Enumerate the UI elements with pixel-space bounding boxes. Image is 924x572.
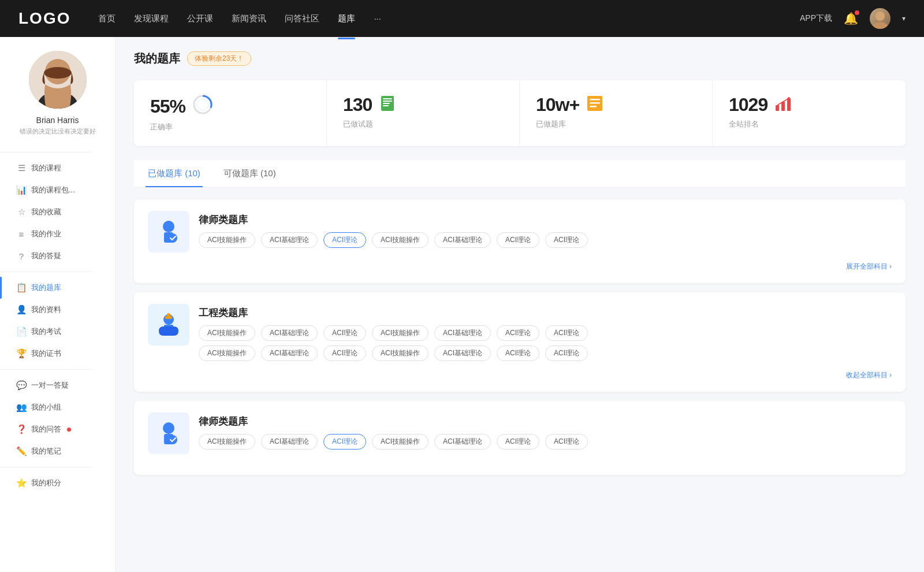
sidebar-avatar-image bbox=[29, 51, 87, 109]
stat-rank-value: 1029 bbox=[729, 94, 767, 116]
sidebar-item-qa[interactable]: ? 我的答疑 bbox=[0, 245, 115, 267]
tag-2-1[interactable]: ACI基础理论 bbox=[261, 325, 318, 341]
nav-news[interactable]: 新闻资讯 bbox=[232, 11, 266, 27]
sidebar-label-exams: 我的考试 bbox=[31, 326, 61, 337]
svg-point-24 bbox=[168, 233, 177, 243]
svg-rect-11 bbox=[383, 101, 392, 102]
tag-2-2[interactable]: ACI理论 bbox=[323, 325, 366, 341]
qbank-card-lawyer-1: 律师类题库 ACI技能操作 ACI基础理论 ACI理论 ACI技能操作 ACI基… bbox=[134, 199, 906, 283]
tag-1-2[interactable]: ACI理论 bbox=[323, 232, 366, 248]
tag-2-3[interactable]: ACI技能操作 bbox=[372, 325, 429, 341]
tab-available[interactable]: 可做题库 (10) bbox=[221, 160, 278, 187]
tag-2-7[interactable]: ACI技能操作 bbox=[199, 346, 255, 361]
tag-1-3[interactable]: ACI技能操作 bbox=[372, 232, 429, 248]
tag-3-6[interactable]: ACI理论 bbox=[545, 434, 588, 450]
sidebar-divider-1 bbox=[0, 152, 92, 153]
svg-point-21 bbox=[788, 97, 790, 99]
nav-opencourse[interactable]: 公开课 bbox=[187, 11, 213, 27]
tag-1-6[interactable]: ACI理论 bbox=[545, 232, 588, 248]
tag-2-13[interactable]: ACI理论 bbox=[545, 346, 588, 361]
tag-3-2[interactable]: ACI理论 bbox=[323, 434, 366, 450]
notification-bell[interactable]: 🔔 bbox=[844, 12, 858, 25]
svg-point-28 bbox=[167, 313, 170, 317]
tag-2-0[interactable]: ACI技能操作 bbox=[199, 325, 255, 341]
questions-note-icon bbox=[379, 95, 396, 116]
tag-3-0[interactable]: ACI技能操作 bbox=[199, 434, 255, 450]
avatar-chevron-icon[interactable]: ▾ bbox=[902, 14, 906, 23]
sidebar-label-certificates: 我的证书 bbox=[31, 348, 61, 359]
sidebar-item-question-bank[interactable]: 📋 我的题库 bbox=[0, 277, 115, 299]
nav-home[interactable]: 首页 bbox=[98, 11, 116, 27]
qbank-title-lawyer-1: 律师类题库 ACI技能操作 ACI基础理论 ACI理论 ACI技能操作 ACI基… bbox=[199, 211, 588, 248]
tag-3-3[interactable]: ACI技能操作 bbox=[372, 434, 429, 450]
sidebar-item-one-on-one[interactable]: 💬 一对一答疑 bbox=[0, 374, 115, 396]
trial-badge: 体验剩余23天！ bbox=[187, 51, 251, 66]
nav-qa[interactable]: 问答社区 bbox=[285, 11, 319, 27]
sidebar-label-my-notes: 我的笔记 bbox=[31, 446, 61, 456]
tag-2-11[interactable]: ACI基础理论 bbox=[434, 346, 491, 361]
accuracy-chart-icon bbox=[192, 94, 213, 118]
tag-2-10[interactable]: ACI技能操作 bbox=[372, 346, 429, 361]
qbank-tags-1: ACI技能操作 ACI基础理论 ACI理论 ACI技能操作 ACI基础理论 AC… bbox=[199, 232, 588, 248]
favorites-icon: ☆ bbox=[16, 207, 27, 217]
qbank-tags-2-row2: ACI技能操作 ACI基础理论 ACI理论 ACI技能操作 ACI基础理论 AC… bbox=[199, 346, 892, 361]
tag-2-6[interactable]: ACI理论 bbox=[545, 325, 588, 341]
sidebar-divider-4 bbox=[0, 467, 92, 467]
sidebar-item-favorites[interactable]: ☆ 我的收藏 bbox=[0, 201, 115, 223]
expand-button-1[interactable]: 展开全部科目 › bbox=[846, 262, 892, 272]
sidebar-item-points[interactable]: ⭐ 我的积分 bbox=[0, 472, 115, 494]
my-notes-icon: ✏️ bbox=[16, 446, 27, 456]
tag-3-4[interactable]: ACI基础理论 bbox=[434, 434, 491, 450]
tag-3-5[interactable]: ACI理论 bbox=[497, 434, 539, 450]
tab-done[interactable]: 已做题库 (10) bbox=[146, 160, 203, 187]
sidebar-label-my-courses: 我的课程 bbox=[31, 163, 61, 173]
qbank-footer-1: 展开全部科目 › bbox=[148, 262, 892, 272]
qa-icon: ? bbox=[16, 251, 27, 261]
tag-2-8[interactable]: ACI基础理论 bbox=[261, 346, 318, 361]
tag-1-4[interactable]: ACI基础理论 bbox=[434, 232, 491, 248]
svg-rect-20 bbox=[787, 98, 791, 111]
sidebar-item-my-courses[interactable]: ☰ 我的课程 bbox=[0, 157, 115, 179]
qbank-tags-3: ACI技能操作 ACI基础理论 ACI理论 ACI技能操作 ACI基础理论 AC… bbox=[199, 434, 892, 450]
tag-1-1[interactable]: ACI基础理论 bbox=[261, 232, 318, 248]
tag-2-9[interactable]: ACI理论 bbox=[323, 346, 366, 361]
collapse-button[interactable]: 收起全部科目 › bbox=[846, 370, 892, 380]
svg-point-5 bbox=[44, 67, 72, 79]
sidebar-label-my-questions: 我的问答 bbox=[31, 424, 61, 434]
tag-1-0[interactable]: ACI技能操作 bbox=[199, 232, 255, 248]
qbank-header-2: 工程类题库 ACI技能操作 ACI基础理论 ACI理论 ACI技能操作 ACI基… bbox=[148, 304, 892, 361]
sidebar-item-homework[interactable]: ≡ 我的作业 bbox=[0, 223, 115, 245]
stat-banks-value: 10w+ bbox=[536, 94, 579, 116]
questions-dot bbox=[67, 428, 71, 432]
sidebar-item-exams[interactable]: 📄 我的考试 bbox=[0, 321, 115, 343]
logo[interactable]: LOGO bbox=[18, 9, 70, 28]
sidebar-label-course-pack: 我的课程包... bbox=[31, 185, 75, 195]
stats-row: 55% 正确率 130 bbox=[134, 80, 906, 146]
nav-more[interactable]: ··· bbox=[374, 11, 381, 27]
sidebar-item-course-pack[interactable]: 📊 我的课程包... bbox=[0, 179, 115, 201]
sidebar-item-my-notes[interactable]: ✏️ 我的笔记 bbox=[0, 440, 115, 462]
tag-2-4[interactable]: ACI基础理论 bbox=[434, 325, 491, 341]
nav-questionbank[interactable]: 题库 bbox=[338, 11, 355, 27]
tag-2-5[interactable]: ACI理论 bbox=[497, 325, 539, 341]
sidebar-item-certificates[interactable]: 🏆 我的证书 bbox=[0, 343, 115, 365]
sidebar-item-my-group[interactable]: 👥 我的小组 bbox=[0, 396, 115, 418]
qbank-list: 律师类题库 ACI技能操作 ACI基础理论 ACI理论 ACI技能操作 ACI基… bbox=[134, 199, 906, 475]
tag-2-12[interactable]: ACI理论 bbox=[497, 346, 539, 361]
qbank-card-engineer: 工程类题库 ACI技能操作 ACI基础理论 ACI理论 ACI技能操作 ACI基… bbox=[134, 292, 906, 392]
stat-rank: 1029 全站排名 bbox=[713, 80, 906, 146]
tag-3-1[interactable]: ACI基础理论 bbox=[261, 434, 318, 450]
sidebar-label-one-on-one: 一对一答疑 bbox=[31, 380, 69, 391]
sidebar-item-my-questions[interactable]: ❓ 我的问答 bbox=[0, 418, 115, 440]
sidebar-divider-2 bbox=[0, 272, 92, 272]
tag-1-5[interactable]: ACI理论 bbox=[497, 232, 539, 248]
avatar[interactable] bbox=[870, 8, 891, 29]
course-pack-icon: 📊 bbox=[16, 185, 27, 195]
sidebar-label-question-bank: 我的题库 bbox=[31, 283, 61, 293]
sidebar-label-favorites: 我的收藏 bbox=[31, 207, 61, 217]
app-download-button[interactable]: APP下载 bbox=[800, 13, 832, 24]
qbank-title-engineer: 工程类题库 ACI技能操作 ACI基础理论 ACI理论 ACI技能操作 ACI基… bbox=[199, 304, 892, 361]
sidebar-item-my-data[interactable]: 👤 我的资料 bbox=[0, 299, 115, 321]
nav-discover[interactable]: 发现课程 bbox=[134, 11, 169, 27]
top-navigation: LOGO 首页 发现课程 公开课 新闻资讯 问答社区 题库 ··· APP下载 … bbox=[0, 0, 924, 37]
